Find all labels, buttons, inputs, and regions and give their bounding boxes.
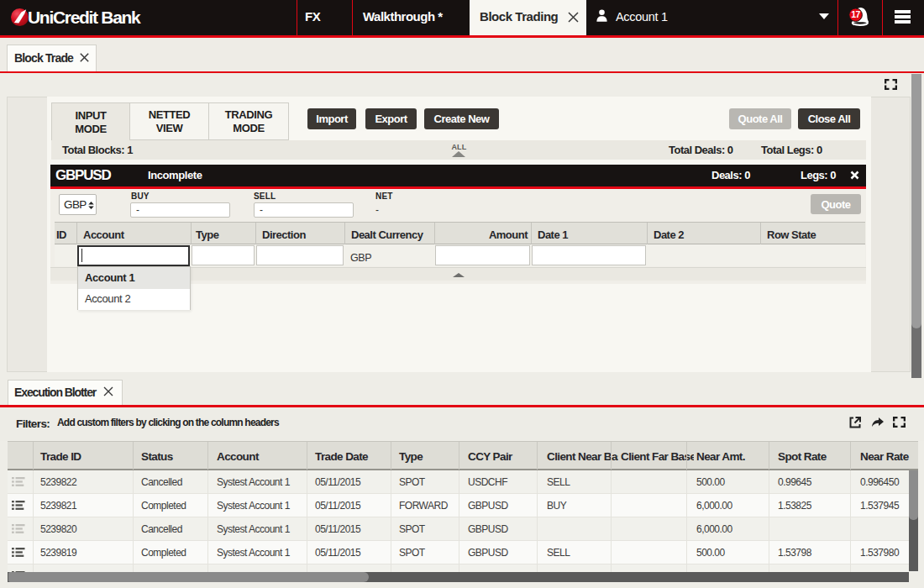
svg-text:17: 17 [851, 9, 860, 19]
